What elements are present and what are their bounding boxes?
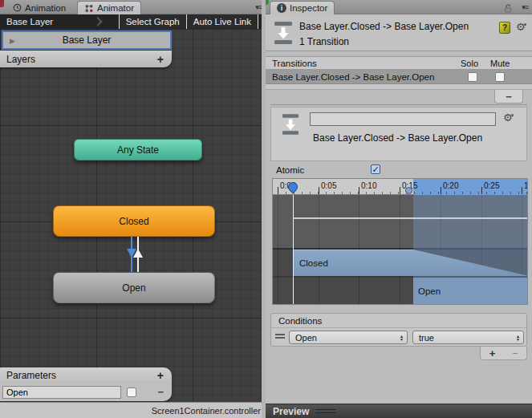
timeline-gridline xyxy=(278,195,278,304)
inspector-panel: i Inspector ▾≡ Base Layer.Closed -> Base… xyxy=(266,0,532,418)
animator-icon xyxy=(84,4,94,13)
tab-animator[interactable]: Animator xyxy=(77,1,141,14)
ruler-tick-label: 1:00 xyxy=(524,181,528,190)
parameter-bool-checkbox[interactable] xyxy=(127,388,136,397)
conditions-box: Conditions Open ▲▼ true ▲▼ xyxy=(270,313,527,347)
blend-curve-line xyxy=(294,217,528,219)
layers-header: Layers + xyxy=(0,51,172,67)
foldout-arrow-icon[interactable]: ▶ xyxy=(10,37,15,45)
condition-value-dropdown[interactable]: true ▲▼ xyxy=(412,331,524,344)
transition-icon xyxy=(274,21,293,45)
atomic-checkbox[interactable]: ✓ xyxy=(371,164,380,174)
ruler-tick xyxy=(319,187,319,194)
controller-path-label: Screen1Container.controller xyxy=(152,406,261,416)
preview-drag-handle-icon[interactable] xyxy=(315,409,336,413)
tab-inspector-label: Inspector xyxy=(290,3,327,13)
unlock-icon[interactable] xyxy=(503,3,513,13)
parameters-header: Parameters + xyxy=(0,367,172,384)
layers-label: Layers xyxy=(0,54,35,65)
breadcrumb-bar: Base Layer Select Graph Auto Live Link xyxy=(0,14,266,29)
panel-menu-icon[interactable]: ▾≡ xyxy=(522,3,528,11)
atomic-label: Atomic xyxy=(276,165,304,175)
node-label: Closed xyxy=(119,216,148,227)
window-corner-decoration xyxy=(0,0,4,7)
condition-parameter-value: Open xyxy=(295,333,317,343)
breadcrumb[interactable]: Base Layer xyxy=(0,17,53,26)
ruler-tick xyxy=(359,187,359,194)
state-node-any-state[interactable]: Any State xyxy=(74,139,202,160)
remove-parameter-button[interactable]: − xyxy=(157,386,164,398)
transition-list-row[interactable]: Base Layer.Closed -> Base Layer.Open xyxy=(266,70,532,84)
inspector-tabbar: i Inspector ▾≡ xyxy=(266,0,532,14)
state-node-closed[interactable]: Closed xyxy=(53,205,215,237)
add-parameter-button[interactable]: + xyxy=(157,369,164,382)
animator-panel: Animation Animator ▾≡ Base Layer Select … xyxy=(0,0,266,418)
node-label: Any State xyxy=(117,144,159,156)
condition-value: true xyxy=(419,333,434,343)
timeline-bar-label: Closed xyxy=(294,258,328,268)
playhead-line xyxy=(293,195,294,304)
panel-menu-icon[interactable]: ▾≡ xyxy=(255,3,262,11)
add-layer-button[interactable]: + xyxy=(157,53,164,66)
inspector-header: Base Layer.Closed -> Base Layer.Open 1 T… xyxy=(266,14,532,51)
check-icon: ✓ xyxy=(372,164,379,174)
transitions-list-footer xyxy=(266,84,532,90)
ruler-tick-label: 0:05 xyxy=(321,181,336,190)
tab-animation-label: Animation xyxy=(25,3,66,13)
transitions-label: Transitions xyxy=(266,59,317,68)
breadcrumb-chevron-icon xyxy=(94,17,103,26)
transition-arrowhead-up-icon xyxy=(133,249,143,258)
state-node-open[interactable]: Open xyxy=(53,272,215,303)
node-label: Open xyxy=(122,282,145,294)
transition-row-label: Base Layer.Closed -> Base Layer.Open xyxy=(266,72,434,82)
preview-bar[interactable]: Preview xyxy=(266,404,532,418)
ruler-tick-label: 0:10 xyxy=(361,181,376,190)
transitions-header: Transitions Solo Mute xyxy=(266,56,532,70)
ruler-tick xyxy=(441,187,441,194)
timeline-bar-open[interactable]: Open xyxy=(413,278,528,304)
transition-detail-box: ⚙▾ Base Layer.Closed -> Base Layer.Open xyxy=(270,107,527,161)
parameter-name-field[interactable] xyxy=(2,386,121,399)
layer-item-base-layer[interactable]: ▶ Base Layer xyxy=(2,30,172,50)
clock-icon xyxy=(13,3,22,12)
ruler-tick xyxy=(481,187,482,194)
preview-label: Preview xyxy=(266,406,309,417)
solo-checkbox[interactable] xyxy=(468,72,477,82)
detail-gear-icon[interactable]: ⚙▾ xyxy=(503,112,514,124)
condition-drag-handle-icon[interactable] xyxy=(275,334,285,339)
timeline-ruler[interactable]: 0:00 0:05 0:10 0:15 0:20 0:25 1:00 xyxy=(273,179,528,195)
animator-graph-canvas[interactable]: ▶ Base Layer Layers + Any State Closed O… xyxy=(0,29,262,402)
timeline-bar-label: Open xyxy=(413,286,441,296)
animator-tabbar: Animation Animator ▾≡ xyxy=(0,0,266,14)
tab-animation[interactable]: Animation xyxy=(6,1,72,14)
ruler-minor-ticks xyxy=(278,192,528,194)
remove-condition-button[interactable]: − xyxy=(513,348,518,358)
transition-name-field[interactable] xyxy=(310,112,496,126)
parameter-row: − xyxy=(0,384,172,401)
section-divider xyxy=(270,104,527,105)
animator-status-bar: Screen1Container.controller xyxy=(0,402,266,418)
parameters-label: Parameters xyxy=(0,370,56,381)
conditions-label: Conditions xyxy=(271,316,322,326)
dropdown-arrows-icon: ▲▼ xyxy=(516,335,520,341)
help-icon[interactable]: ? xyxy=(499,22,510,34)
tab-inspector[interactable]: i Inspector xyxy=(270,1,335,14)
graph-toolbar: Select Graph Auto Live Link xyxy=(119,14,258,29)
unity-editor-window: Animation Animator ▾≡ Base Layer Select … xyxy=(0,0,532,418)
remove-transition-button[interactable]: − xyxy=(494,90,523,103)
dropdown-arrows-icon: ▲▼ xyxy=(400,335,404,341)
select-graph-button[interactable]: Select Graph xyxy=(119,14,186,29)
ruler-tick xyxy=(278,187,278,194)
settings-gear-icon[interactable]: ⚙▾ xyxy=(516,21,526,33)
conditions-add-remove-bar: + − xyxy=(480,347,527,360)
mute-checkbox[interactable] xyxy=(495,72,505,82)
transition-start-marker-icon[interactable] xyxy=(405,187,412,194)
ruler-tick xyxy=(400,187,400,194)
transition-timeline[interactable]: Closed Open 0:00 0:05 0:10 0:15 xyxy=(272,178,528,305)
timeline-bar-closed[interactable]: Closed xyxy=(294,250,413,276)
window-corner-decoration xyxy=(266,0,269,5)
tab-animator-label: Animator xyxy=(97,3,134,13)
add-condition-button[interactable]: + xyxy=(489,347,496,359)
condition-parameter-dropdown[interactable]: Open ▲▼ xyxy=(289,331,408,344)
auto-live-link-button[interactable]: Auto Live Link xyxy=(186,14,258,29)
